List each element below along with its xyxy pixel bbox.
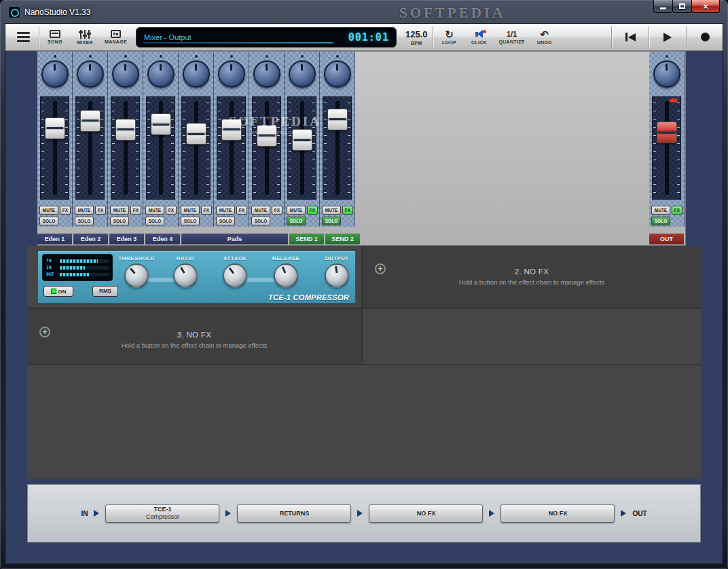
fader[interactable] bbox=[75, 96, 105, 200]
effect-chain-bar: IN TCE-1 Compressor RETURNS NO FX NO FX bbox=[27, 484, 701, 543]
mute-button[interactable]: MUTE bbox=[216, 206, 235, 215]
fader-handle[interactable] bbox=[115, 119, 136, 141]
pan-knob[interactable] bbox=[218, 60, 245, 88]
fx-button[interactable]: FX bbox=[272, 206, 283, 215]
loop-button[interactable]: ↻ LOOP bbox=[434, 24, 464, 50]
fx-button[interactable]: FX bbox=[95, 206, 106, 215]
pan-knob[interactable] bbox=[112, 60, 139, 88]
mute-button[interactable]: MUTE bbox=[322, 206, 341, 215]
solo-button[interactable]: SOLO bbox=[145, 217, 164, 225]
solo-button[interactable]: SOLO bbox=[39, 217, 58, 225]
fx-button[interactable]: FX bbox=[342, 206, 353, 215]
add-effect-button[interactable]: + bbox=[375, 263, 386, 274]
fader[interactable] bbox=[111, 96, 140, 200]
bpm-control[interactable]: 125.0 BPM bbox=[401, 24, 433, 50]
fx-button[interactable]: FX bbox=[166, 206, 177, 215]
pan-knob[interactable] bbox=[289, 60, 316, 88]
mute-button[interactable]: MUTE bbox=[251, 206, 270, 215]
channel-buttons: MUTE FX SOLO bbox=[320, 206, 354, 225]
fader[interactable] bbox=[217, 96, 246, 200]
solo-button[interactable]: SOLO bbox=[651, 217, 670, 225]
fader[interactable] bbox=[252, 96, 281, 200]
manage-label: MANAGE bbox=[105, 39, 127, 44]
fader-handle[interactable] bbox=[186, 123, 206, 145]
mute-button[interactable]: MUTE bbox=[75, 206, 94, 215]
fader-handle[interactable] bbox=[327, 109, 348, 130]
fader-handle[interactable] bbox=[257, 125, 277, 147]
click-button[interactable]: CLICK bbox=[464, 24, 494, 50]
fader-handle[interactable] bbox=[80, 110, 101, 132]
solo-button[interactable]: SOLO bbox=[322, 217, 341, 225]
chain-node-4[interactable]: NO FX bbox=[500, 504, 615, 523]
pan-knob[interactable] bbox=[253, 60, 280, 88]
chain-node-3[interactable]: NO FX bbox=[369, 504, 483, 523]
mixer-button[interactable]: MIXER bbox=[70, 24, 100, 50]
fader-handle[interactable] bbox=[45, 117, 65, 139]
pan-knob[interactable] bbox=[41, 60, 69, 88]
close-button[interactable]: × bbox=[691, 0, 720, 13]
fader[interactable] bbox=[323, 96, 352, 200]
solo-button[interactable]: SOLO bbox=[75, 217, 94, 225]
fader[interactable] bbox=[652, 96, 681, 200]
rms-button[interactable]: RMS bbox=[92, 286, 118, 297]
play-button[interactable] bbox=[650, 24, 685, 50]
channel-strip-2: MUTE FX SOLO bbox=[73, 52, 108, 227]
rewind-button[interactable] bbox=[613, 24, 648, 50]
loop-label: LOOP bbox=[442, 40, 456, 45]
pan-knob[interactable] bbox=[147, 60, 175, 88]
fx-button[interactable]: FX bbox=[236, 206, 247, 215]
mute-button[interactable]: MUTE bbox=[110, 206, 129, 215]
fader-handle[interactable] bbox=[657, 122, 677, 143]
fader[interactable] bbox=[146, 96, 175, 200]
fader[interactable] bbox=[181, 96, 211, 200]
fx-button[interactable]: FX bbox=[60, 206, 71, 215]
manage-button[interactable]: MANAGE bbox=[100, 24, 132, 50]
fader-handle[interactable] bbox=[221, 119, 242, 141]
pan-knob[interactable] bbox=[77, 60, 104, 88]
fx-button[interactable]: FX bbox=[130, 206, 141, 215]
solo-button[interactable]: SOLO bbox=[216, 217, 235, 225]
lcd-underline bbox=[143, 42, 333, 43]
fx-button[interactable]: FX bbox=[201, 206, 212, 215]
fader[interactable] bbox=[40, 96, 69, 200]
attack-knob[interactable] bbox=[223, 263, 247, 288]
fader-handle[interactable] bbox=[292, 129, 312, 151]
fx-button[interactable]: FX bbox=[307, 206, 318, 215]
mute-button[interactable]: MUTE bbox=[651, 206, 670, 215]
power-button[interactable]: ON bbox=[43, 286, 73, 297]
fx-button[interactable]: FX bbox=[672, 206, 682, 215]
pan-knob[interactable] bbox=[183, 60, 210, 88]
fader[interactable] bbox=[287, 96, 316, 200]
chain-node-2[interactable]: RETURNS bbox=[237, 504, 351, 523]
threshold-knob[interactable] bbox=[124, 263, 149, 288]
fader-handle[interactable] bbox=[151, 113, 171, 135]
release-knob[interactable] bbox=[274, 263, 298, 288]
solo-button[interactable]: SOLO bbox=[251, 217, 270, 225]
pan-knob[interactable] bbox=[653, 60, 680, 88]
pan-knob[interactable] bbox=[324, 60, 351, 88]
chain-node-1[interactable]: TCE-1 Compressor bbox=[105, 504, 219, 523]
quantize-control[interactable]: 1/1 QUANTIZE bbox=[494, 24, 529, 50]
song-button[interactable]: SONG bbox=[40, 24, 70, 50]
output-knob[interactable] bbox=[325, 263, 349, 288]
ratio-knob[interactable] bbox=[173, 263, 198, 288]
channel-label-eden-1: Eden 1 bbox=[37, 234, 72, 244]
mute-button[interactable]: MUTE bbox=[287, 206, 306, 215]
add-effect-button[interactable]: + bbox=[39, 327, 50, 337]
mute-button[interactable]: MUTE bbox=[145, 206, 164, 215]
solo-button[interactable]: SOLO bbox=[287, 217, 306, 225]
menu-button[interactable] bbox=[8, 24, 38, 50]
toolbar-separator bbox=[649, 26, 649, 48]
channel-label-send-2: SEND 2 bbox=[325, 234, 360, 244]
solo-button[interactable]: SOLO bbox=[110, 217, 129, 225]
solo-button[interactable]: SOLO bbox=[181, 217, 200, 225]
undo-button[interactable]: ↶ UNDO bbox=[530, 24, 560, 50]
mute-button[interactable]: MUTE bbox=[181, 206, 200, 215]
minimize-button[interactable] bbox=[653, 0, 673, 13]
power-led bbox=[51, 289, 56, 294]
record-button[interactable] bbox=[687, 24, 723, 50]
mute-button[interactable]: MUTE bbox=[39, 206, 58, 215]
fx-slot-title: 3. NO FX bbox=[27, 331, 361, 339]
knob-label-ratio: RATIO bbox=[165, 255, 206, 261]
maximize-button[interactable] bbox=[672, 0, 692, 13]
